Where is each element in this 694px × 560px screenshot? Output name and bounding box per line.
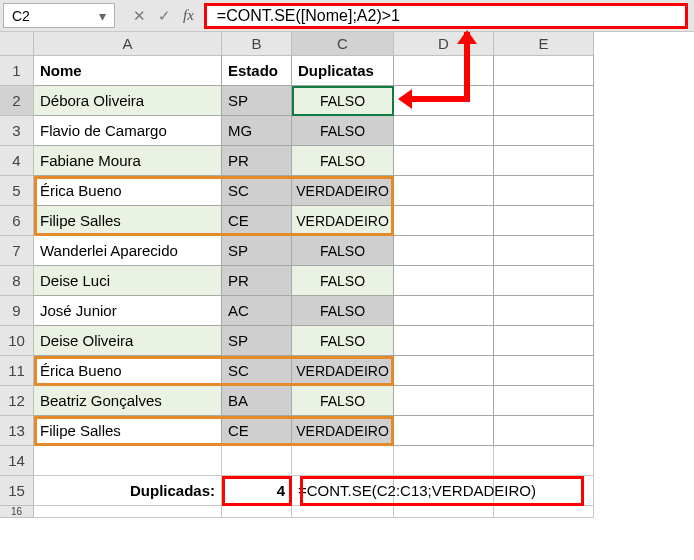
cell-estado[interactable]: AC	[222, 296, 292, 326]
col-header-e[interactable]: E	[494, 32, 594, 56]
name-box-dropdown-icon[interactable]: ▾	[99, 8, 106, 24]
row-header[interactable]: 3	[0, 116, 34, 146]
cell-estado[interactable]: CE	[222, 206, 292, 236]
row-header[interactable]: 5	[0, 176, 34, 206]
cell-duplicata[interactable]: FALSO	[292, 236, 394, 266]
row-header[interactable]: 6	[0, 206, 34, 236]
cell-estado[interactable]: SC	[222, 356, 292, 386]
cell-duplicata[interactable]: VERDADEIRO	[292, 176, 394, 206]
cell[interactable]	[494, 86, 594, 116]
header-duplicatas[interactable]: Duplicatas	[292, 56, 394, 86]
cell[interactable]	[494, 206, 594, 236]
cell-duplicata[interactable]: VERDADEIRO	[292, 206, 394, 236]
summary-label[interactable]: Duplicadas:	[34, 476, 222, 506]
row-header[interactable]: 2	[0, 86, 34, 116]
formula-bar[interactable]: =CONT.SE([Nome];A2)>1	[204, 3, 688, 29]
row-header[interactable]: 10	[0, 326, 34, 356]
row-header[interactable]: 9	[0, 296, 34, 326]
header-estado[interactable]: Estado	[222, 56, 292, 86]
select-all-corner[interactable]	[0, 32, 34, 56]
cell-nome[interactable]: José Junior	[34, 296, 222, 326]
row-header[interactable]: 16	[0, 506, 34, 518]
cell-estado[interactable]: SP	[222, 326, 292, 356]
cell-duplicata[interactable]: VERDADEIRO	[292, 416, 394, 446]
cell-duplicata[interactable]: FALSO	[292, 116, 394, 146]
cell[interactable]	[494, 176, 594, 206]
cell[interactable]	[222, 446, 292, 476]
cell-estado[interactable]: BA	[222, 386, 292, 416]
row-header[interactable]: 15	[0, 476, 34, 506]
row-header[interactable]: 14	[0, 446, 34, 476]
cell-duplicata[interactable]: FALSO	[292, 86, 394, 116]
cell-nome[interactable]: Deise Luci	[34, 266, 222, 296]
cell-estado[interactable]: SC	[222, 176, 292, 206]
cell[interactable]	[394, 446, 494, 476]
row-header[interactable]: 11	[0, 356, 34, 386]
row-header[interactable]: 12	[0, 386, 34, 416]
cell-duplicata[interactable]: FALSO	[292, 146, 394, 176]
cell-nome[interactable]: Érica Bueno	[34, 356, 222, 386]
cell[interactable]	[494, 296, 594, 326]
row-header[interactable]: 1	[0, 56, 34, 86]
cell[interactable]	[494, 386, 594, 416]
col-header-a[interactable]: A	[34, 32, 222, 56]
cell-duplicata[interactable]: FALSO	[292, 296, 394, 326]
cell-estado[interactable]: PR	[222, 146, 292, 176]
cell[interactable]	[394, 386, 494, 416]
fx-icon[interactable]: fx	[183, 7, 194, 24]
cell[interactable]	[394, 356, 494, 386]
accept-icon[interactable]: ✓	[158, 7, 171, 25]
summary-count[interactable]: 4	[222, 476, 292, 506]
cell[interactable]	[494, 416, 594, 446]
cell[interactable]	[494, 266, 594, 296]
cell[interactable]	[394, 506, 494, 518]
cell-nome[interactable]: Filipe Salles	[34, 206, 222, 236]
col-header-b[interactable]: B	[222, 32, 292, 56]
cell-estado[interactable]: SP	[222, 236, 292, 266]
cancel-icon[interactable]: ✕	[133, 7, 146, 25]
cell-nome[interactable]: Wanderlei Aparecido	[34, 236, 222, 266]
cell-nome[interactable]: Érica Bueno	[34, 176, 222, 206]
cell-estado[interactable]: MG	[222, 116, 292, 146]
cell[interactable]	[292, 506, 394, 518]
cell[interactable]	[394, 296, 494, 326]
cell-duplicata[interactable]: FALSO	[292, 266, 394, 296]
cell[interactable]	[394, 56, 494, 86]
cell[interactable]	[34, 446, 222, 476]
cell[interactable]	[394, 236, 494, 266]
cell-duplicata[interactable]: FALSO	[292, 386, 394, 416]
cell[interactable]	[394, 116, 494, 146]
cell[interactable]	[494, 356, 594, 386]
cell[interactable]	[394, 146, 494, 176]
cell[interactable]	[494, 56, 594, 86]
header-nome[interactable]: Nome	[34, 56, 222, 86]
cell[interactable]	[394, 176, 494, 206]
cell-estado[interactable]: SP	[222, 86, 292, 116]
cell[interactable]	[494, 146, 594, 176]
row-header[interactable]: 13	[0, 416, 34, 446]
cell[interactable]	[292, 446, 394, 476]
cell[interactable]	[394, 416, 494, 446]
cell-duplicata[interactable]: VERDADEIRO	[292, 356, 394, 386]
name-box[interactable]: C2 ▾	[3, 3, 115, 28]
cell-nome[interactable]: Débora Oliveira	[34, 86, 222, 116]
cell[interactable]	[394, 206, 494, 236]
cell[interactable]	[222, 506, 292, 518]
col-header-d[interactable]: D	[394, 32, 494, 56]
cell[interactable]	[494, 116, 594, 146]
cell[interactable]	[494, 236, 594, 266]
col-header-c[interactable]: C	[292, 32, 394, 56]
cell[interactable]	[494, 326, 594, 356]
cell-estado[interactable]: PR	[222, 266, 292, 296]
row-header[interactable]: 8	[0, 266, 34, 296]
cell[interactable]	[494, 446, 594, 476]
cell-estado[interactable]: CE	[222, 416, 292, 446]
row-header[interactable]: 7	[0, 236, 34, 266]
summary-formula-cell[interactable]: =CONT.SE(C2:C13;VERDADEIRO)	[292, 476, 394, 506]
cell-nome[interactable]: Deise Oliveira	[34, 326, 222, 356]
row-header[interactable]: 4	[0, 146, 34, 176]
cell-nome[interactable]: Filipe Salles	[34, 416, 222, 446]
cell[interactable]	[394, 266, 494, 296]
cell-duplicata[interactable]: FALSO	[292, 326, 394, 356]
cell[interactable]	[494, 506, 594, 518]
